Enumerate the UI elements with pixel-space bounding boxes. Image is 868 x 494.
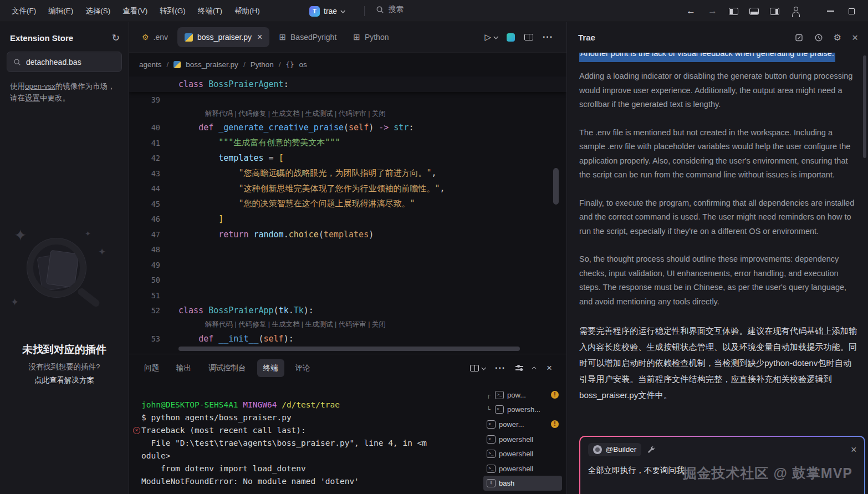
ai-codelens-actions[interactable]: 解释代码 | 代码修复 | 生成文档 | 生成测试 | 代码评审 | 关闭 [205, 109, 386, 119]
code-line: 43 "您高瞻远瞩的战略眼光，为团队指明了前进方向。", [129, 166, 566, 181]
run-button[interactable]: ▷ [484, 32, 497, 42]
close-panel-icon[interactable]: × [852, 33, 858, 42]
terminal-session-item[interactable]: >_power...! [483, 417, 562, 432]
bottom-panel: 问题输出调试控制台终端评论 ··· × john@DESKTOP-SEHS4A1… [129, 354, 566, 494]
tab-label: .env [154, 33, 168, 42]
global-search[interactable]: 搜索 [376, 4, 404, 14]
minimize-button[interactable] [827, 11, 834, 12]
maximize-button[interactable] [849, 8, 855, 14]
line-number: 53 [129, 334, 160, 343]
open-vsx-link[interactable]: open-vsx [25, 82, 55, 90]
editor-horizontal-scrollbar[interactable] [178, 347, 520, 351]
panel-tab[interactable]: 评论 [289, 359, 316, 377]
chat-header: Trae ⚙ × [567, 22, 868, 53]
panel-tab[interactable]: 问题 [138, 359, 165, 377]
history-icon[interactable] [814, 33, 823, 42]
line-number: 43 [129, 169, 160, 178]
menu-item[interactable]: 转到(G) [154, 0, 192, 22]
toggle-secondary-sidebar-icon[interactable] [770, 8, 779, 15]
chevron-down-icon [493, 34, 498, 39]
menu-item[interactable]: 终端(T) [192, 0, 228, 22]
terminal-session-item[interactable]: >_powershell [483, 432, 562, 447]
ai-codelens-row: 解释代码 | 代码修复 | 生成文档 | 生成测试 | 代码评审 | 关闭 [129, 318, 566, 331]
chevron-down-icon [482, 365, 486, 370]
code-line-content: return random.choice(templates) [178, 230, 374, 240]
back-arrow-icon[interactable]: ← [680, 6, 702, 17]
workspace-switcher[interactable]: T trae [304, 4, 350, 18]
menu-item[interactable]: 查看(V) [116, 0, 154, 22]
terminal-line: ×Traceback (most recent call last): [141, 424, 482, 437]
refresh-icon[interactable]: ↻ [112, 34, 120, 43]
ai-codelens-actions[interactable]: 解释代码 | 代码修复 | 生成文档 | 生成测试 | 代码评审 | 关闭 [205, 320, 386, 329]
chat-paragraph: So, the thought process should outline t… [579, 252, 859, 309]
chevron-up-icon[interactable] [532, 366, 536, 371]
forward-arrow-icon[interactable]: → [702, 6, 723, 17]
close-panel-icon[interactable]: × [547, 363, 552, 374]
chat-scrollbar[interactable] [863, 55, 866, 158]
editor-tab[interactable]: boss_praiser.py× [177, 27, 269, 47]
code-line-content: templates = [ [178, 153, 284, 163]
breadcrumb-item[interactable]: Python [251, 60, 274, 69]
breadcrumb-item[interactable]: agents [139, 60, 162, 69]
more-actions-icon[interactable]: ··· [543, 32, 553, 42]
wrench-icon[interactable] [646, 445, 655, 454]
mirror-notice: 使用open-vsx的镜像作为市场，请在设置中更改。 [10, 80, 119, 104]
terminal-session-item[interactable]: └>_powersh... [483, 403, 562, 417]
terminal-session-item[interactable]: $bash [483, 476, 562, 491]
menu-item[interactable]: 编辑(E) [42, 0, 79, 22]
breadcrumb-item[interactable]: os [299, 60, 307, 69]
code-line-content: "这种创新思维完美体现了您作为行业领袖的前瞻性。", [178, 184, 445, 194]
panel-tab[interactable]: 调试控制台 [202, 359, 252, 377]
menu-item[interactable]: 帮助(H) [228, 0, 266, 22]
terminal-session-item[interactable]: ┌>_pow...! [483, 388, 562, 403]
ai-codelens-row: 解释代码 | 代码修复 | 生成文档 | 生成测试 | 代码评审 | 关闭 [129, 108, 566, 120]
settings-link[interactable]: 设置 [25, 94, 40, 102]
builder-avatar-icon [593, 445, 602, 454]
terminal-line: ModuleNotFoundError: No module named 'do… [141, 475, 482, 488]
panel-tab[interactable]: 终端 [257, 359, 284, 377]
workspace-icon: T [309, 6, 320, 17]
search-icon [376, 6, 384, 14]
line-number: 50 [129, 276, 160, 284]
code-line: 39 [129, 92, 566, 108]
editor-tab[interactable]: ⊞BasedPyright [272, 27, 344, 47]
new-chat-icon[interactable] [795, 33, 804, 42]
warning-badge-icon: ! [551, 420, 559, 428]
menu-item[interactable]: 选择(S) [79, 0, 116, 22]
play-icon: ▷ [484, 32, 491, 42]
tune-filter-icon[interactable] [515, 365, 523, 371]
titlebar-divider [364, 6, 365, 16]
toggle-sidebar-icon[interactable] [729, 8, 738, 15]
empty-state-action-link[interactable]: 点此查看解决方案 [0, 375, 129, 385]
menu-item[interactable]: 文件(F) [6, 0, 42, 22]
account-icon[interactable] [792, 7, 800, 16]
split-editor-icon[interactable] [524, 34, 533, 40]
line-number: 46 [129, 215, 160, 223]
close-tab-icon[interactable]: × [257, 32, 262, 42]
code-line: 50 [129, 273, 566, 288]
editor-vertical-scrollbar[interactable] [553, 168, 559, 205]
editor-tab[interactable]: ⚙.env [135, 28, 175, 47]
python-icon [185, 33, 193, 42]
builder-mention-chip[interactable]: @Builder [588, 443, 642, 456]
powershell-icon: >_ [495, 391, 504, 399]
terminal-line: $ python agents/boss_praiser.py [141, 411, 482, 424]
toggle-panel-icon[interactable] [749, 8, 759, 15]
split-terminal-button[interactable] [470, 365, 485, 371]
line-number: 48 [129, 245, 160, 254]
chat-paragraph: Finally, to execute the program, confirm… [579, 196, 859, 239]
settings-gear-icon[interactable]: ⚙ [834, 33, 841, 42]
extension-search-input[interactable]: detachhead.bas [7, 52, 122, 72]
terminal-session-item[interactable]: >_powershell [483, 446, 562, 461]
ai-assistant-icon[interactable] [507, 33, 515, 42]
gear-icon: ⚙ [142, 33, 149, 42]
more-actions-icon[interactable]: ··· [495, 363, 506, 373]
close-icon[interactable]: × [851, 446, 857, 454]
terminal-session-item[interactable]: >_powershell [483, 461, 562, 476]
code-line-content: class BossPraierApp(tk.Tk): [178, 305, 314, 315]
sticky-scroll-line[interactable]: class BossPraierAgent: [129, 77, 566, 92]
panel-toolbar: ··· × [470, 363, 552, 374]
panel-tab[interactable]: 输出 [170, 359, 197, 377]
breadcrumb-item[interactable]: boss_praiser.py [186, 60, 238, 69]
editor-tab[interactable]: ⊞Python [346, 27, 396, 47]
